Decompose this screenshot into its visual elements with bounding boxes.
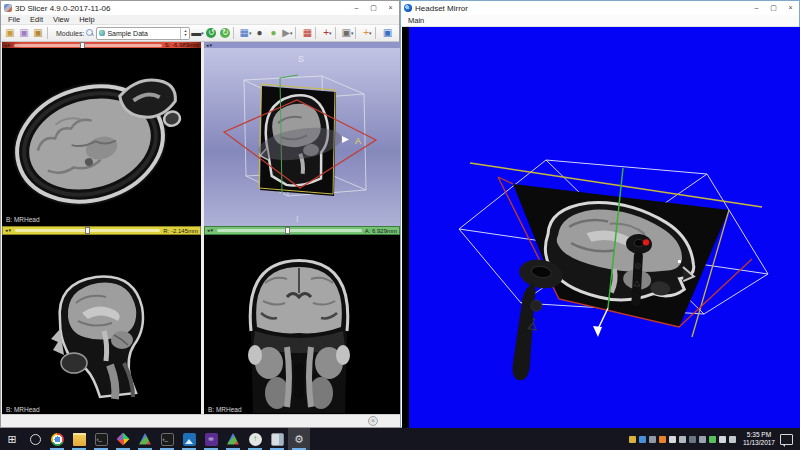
- menu-item[interactable]: Main: [403, 16, 429, 26]
- tray-green-chat-icon[interactable]: [709, 436, 716, 443]
- threed-menu-icon[interactable]: ◂: [206, 43, 209, 48]
- module-search-icon[interactable]: [86, 29, 94, 37]
- taskbar-cmd2-icon[interactable]: [156, 428, 178, 450]
- tray-volume-icon[interactable]: [729, 436, 736, 443]
- tray-monitor-icon[interactable]: [689, 436, 696, 443]
- taskbar-chrome-icon[interactable]: [46, 428, 68, 450]
- threed-pin-icon[interactable]: ▾: [210, 43, 213, 48]
- clock-date: 11/13/2017: [743, 439, 775, 447]
- screenshot-strip-icon[interactable]: ▬▾: [190, 27, 204, 40]
- slider-handle[interactable]: [285, 227, 290, 234]
- toolbar-button[interactable]: [315, 27, 319, 39]
- transform-icon[interactable]: ▶▾: [280, 27, 294, 40]
- toolbar-button[interactable]: [233, 27, 237, 39]
- slicer-titlebar: 3D Slicer 4.9.0-2017-11-06 – ▢ ×: [1, 1, 399, 15]
- slice-menu-icon[interactable]: ◂: [5, 228, 8, 233]
- vr-letterbox: [402, 27, 409, 428]
- system-tray: [629, 436, 736, 443]
- tray-gray-icon[interactable]: [649, 436, 656, 443]
- close-button[interactable]: ×: [382, 1, 399, 15]
- toolbar-button[interactable]: [375, 27, 379, 39]
- history-back-icon[interactable]: ↺: [204, 27, 218, 40]
- colors-module-icon[interactable]: ▦: [300, 27, 314, 40]
- menu-item[interactable]: Edit: [25, 15, 48, 25]
- close-button[interactable]: ×: [782, 1, 799, 15]
- mirror-titlebar: Headset Mirror – ▢ ×: [401, 1, 799, 15]
- maximize-button[interactable]: ▢: [365, 1, 382, 15]
- start-button[interactable]: ⊞: [0, 428, 24, 450]
- taskbar-headset-mirror-icon[interactable]: [288, 428, 310, 450]
- toolbar-button[interactable]: [355, 27, 359, 39]
- yellow-slice-slider[interactable]: [15, 229, 160, 232]
- fiducial-place-icon[interactable]: ●: [266, 27, 280, 40]
- slice-pin-icon[interactable]: ▾: [211, 228, 214, 233]
- tray-pen-icon[interactable]: [679, 436, 686, 443]
- taskbar-slicer-icon[interactable]: [134, 428, 156, 450]
- tray-shield-icon[interactable]: [629, 436, 636, 443]
- taskbar-app-window-icon[interactable]: [266, 428, 288, 450]
- slice-pin-icon[interactable]: ▾: [9, 228, 12, 233]
- python-console-icon[interactable]: ▣: [380, 27, 394, 40]
- mirror-menubar: Main: [401, 15, 799, 27]
- tray-laptop-icon[interactable]: [699, 436, 706, 443]
- save-scene-icon[interactable]: ▣: [31, 27, 45, 40]
- crosshair-icon[interactable]: +▾: [320, 27, 334, 40]
- steamvr-icon: [404, 4, 412, 12]
- menu-item[interactable]: File: [3, 15, 25, 25]
- clock-time: 5:35 PM: [743, 431, 775, 439]
- yellow-slice-controller: ◂ ▾ R: -2.145mm: [2, 226, 201, 235]
- tray-chat-icon[interactable]: [719, 436, 726, 443]
- taskbar-image-viewer-icon[interactable]: [178, 428, 200, 450]
- red-view-node-label: B: MRHead: [6, 216, 40, 223]
- slice-menu-icon[interactable]: ◂: [207, 228, 210, 233]
- view-splitter[interactable]: [201, 42, 204, 226]
- app-icon: [139, 433, 152, 446]
- screen-capture-icon[interactable]: ▣▾: [340, 27, 354, 40]
- taskbar-visual-studio-icon[interactable]: [200, 428, 222, 450]
- cortana-search-button[interactable]: [24, 428, 46, 450]
- minimize-button[interactable]: –: [748, 1, 765, 15]
- tray-light-icon[interactable]: [669, 436, 676, 443]
- vr-mirror-viewport[interactable]: [402, 27, 800, 428]
- maximize-button[interactable]: ▢: [765, 1, 782, 15]
- app-icon: [117, 433, 130, 446]
- taskbar-cmd-icon[interactable]: [90, 428, 112, 450]
- toolbar-button[interactable]: [295, 27, 299, 39]
- add-data-icon[interactable]: ▣: [3, 27, 17, 40]
- slice-menu-icon[interactable]: ◂: [4, 43, 7, 48]
- minimize-button[interactable]: –: [348, 1, 365, 15]
- taskbar-recorder-icon[interactable]: [244, 428, 266, 450]
- menu-item[interactable]: Help: [74, 15, 99, 25]
- app-icon: [95, 433, 108, 446]
- taskbar-explorer-icon[interactable]: [68, 428, 90, 450]
- tray-blue-icon[interactable]: [639, 436, 646, 443]
- dicom-icon[interactable]: ▣: [17, 27, 31, 40]
- slicer-window: 3D Slicer 4.9.0-2017-11-06 – ▢ × FileEdi…: [0, 0, 400, 428]
- module-selector[interactable]: Sample Data: [96, 27, 190, 40]
- slicer-view-layout: ◂ ▾ S: -6.989mm: [2, 42, 400, 416]
- tray-orange-icon[interactable]: [659, 436, 666, 443]
- extensions-manager-icon[interactable]: +▾: [360, 27, 374, 40]
- slice-pin-icon[interactable]: ▾: [8, 43, 11, 48]
- red-slice-slider[interactable]: [14, 44, 162, 47]
- taskbar: ⊞ 5:35 PM 11/13/2017: [0, 428, 800, 450]
- taskbar-color-diamond-icon[interactable]: [112, 428, 134, 450]
- yellow-slice-view[interactable]: B: MRHead: [2, 235, 201, 416]
- taskbar-slicer2-icon[interactable]: [222, 428, 244, 450]
- red-slice-view[interactable]: B: MRHead: [2, 48, 201, 226]
- green-slice-view[interactable]: B: MRHead: [204, 235, 400, 416]
- slider-handle[interactable]: [85, 227, 90, 234]
- mouse-mode-icon[interactable]: ●: [252, 27, 266, 40]
- axis-label-superior: S: [298, 54, 304, 64]
- taskbar-clock[interactable]: 5:35 PM 11/13/2017: [743, 431, 775, 447]
- history-forward-icon[interactable]: ↻: [218, 27, 232, 40]
- threed-view[interactable]: S A I: [204, 48, 400, 226]
- menu-item[interactable]: View: [48, 15, 74, 25]
- green-slice-controller: ◂ ▾ A: 6.929mm: [204, 226, 400, 235]
- action-center-icon[interactable]: [780, 434, 793, 445]
- green-slice-slider[interactable]: [217, 229, 362, 232]
- toolbar-button[interactable]: [335, 27, 339, 39]
- layout-selector-icon[interactable]: ▦▾: [238, 27, 252, 40]
- error-log-button[interactable]: [368, 416, 378, 426]
- spinner-icon[interactable]: [180, 28, 189, 39]
